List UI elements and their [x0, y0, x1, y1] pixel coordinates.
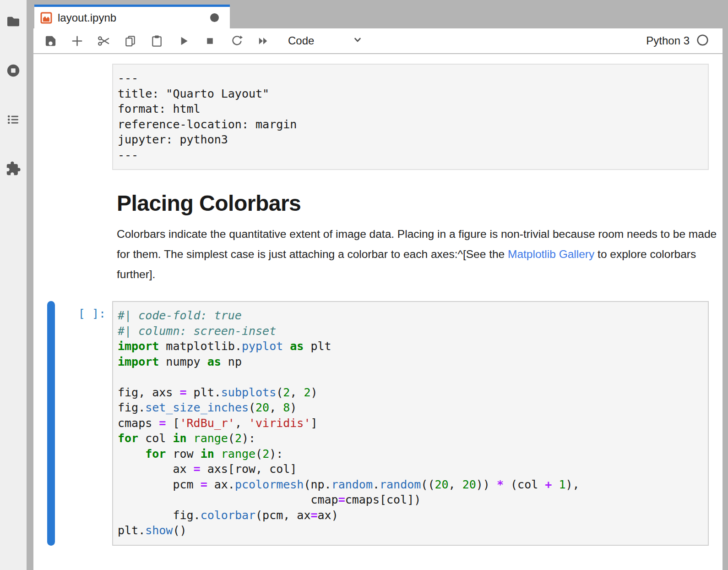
sidebar-item-running-kernels[interactable] [5, 63, 21, 78]
save-button[interactable] [37, 30, 64, 52]
sidebar-item-file-browser[interactable] [5, 14, 21, 29]
main-panel: layout.ipynb [33, 0, 723, 570]
sidebar-divider [27, 0, 33, 570]
sidebar-item-table-of-contents[interactable] [5, 112, 21, 127]
kernel-status-icon [696, 34, 709, 48]
kernel-name: Python 3 [646, 34, 690, 47]
list-icon [5, 112, 21, 127]
save-icon [43, 34, 58, 48]
plus-icon [70, 34, 84, 48]
cell-type-value: Code [279, 34, 314, 47]
unsaved-changes-indicator[interactable] [210, 13, 219, 22]
notebook-toolbar: Code Python 3 [33, 28, 723, 54]
cell-type-select[interactable]: Code [279, 34, 364, 48]
run-icon [176, 34, 190, 48]
execution-prompt: [ ]: [55, 301, 112, 546]
stop-icon [203, 34, 217, 48]
copy-cells-button[interactable] [117, 30, 143, 52]
markdown-paragraph: Colorbars indicate the quantitative exte… [117, 224, 721, 285]
restart-kernel-button[interactable] [223, 30, 250, 52]
code-cell: [ ]: #| code-fold: true#| column: screen… [33, 301, 723, 546]
sidebar-item-extensions[interactable] [5, 161, 21, 176]
notebook-icon [40, 12, 52, 24]
raw-cell: ---title: "Quarto Layout"format: htmlref… [112, 64, 723, 170]
cut-cells-button[interactable] [90, 30, 117, 52]
right-gutter [723, 0, 728, 570]
notebook-content: ---title: "Quarto Layout"format: htmlref… [33, 54, 723, 570]
paste-cells-button[interactable] [143, 30, 170, 52]
restart-icon [229, 34, 244, 48]
tab-layout-ipynb[interactable]: layout.ipynb [34, 5, 230, 28]
tab-bar: layout.ipynb [33, 0, 723, 28]
folder-icon [5, 14, 21, 29]
kernel-indicator[interactable]: Python 3 [646, 34, 709, 48]
stop-circle-icon [5, 63, 21, 78]
interrupt-kernel-button[interactable] [196, 30, 223, 52]
markdown-heading: Placing Colorbars [117, 190, 723, 217]
puzzle-icon [5, 161, 21, 176]
raw-cell-source[interactable]: ---title: "Quarto Layout"format: htmlref… [112, 64, 709, 170]
restart-run-all-button[interactable] [250, 30, 276, 52]
insert-cell-button[interactable] [64, 30, 90, 52]
fast-forward-icon [256, 34, 270, 48]
left-activity-bar [0, 0, 27, 570]
code-cell-source[interactable]: #| code-fold: true#| column: screen-inse… [112, 301, 709, 546]
copy-icon [123, 34, 137, 48]
tab-title: layout.ipynb [58, 11, 116, 24]
matplotlib-gallery-link[interactable]: Matplotlib Gallery [508, 248, 594, 260]
cut-icon [97, 34, 111, 48]
paste-icon [150, 34, 164, 48]
active-cell-collapser[interactable] [47, 301, 55, 546]
chevron-down-icon [314, 34, 364, 48]
markdown-cell: Placing Colorbars Colorbars indicate the… [117, 190, 723, 285]
run-cell-button[interactable] [170, 30, 196, 52]
